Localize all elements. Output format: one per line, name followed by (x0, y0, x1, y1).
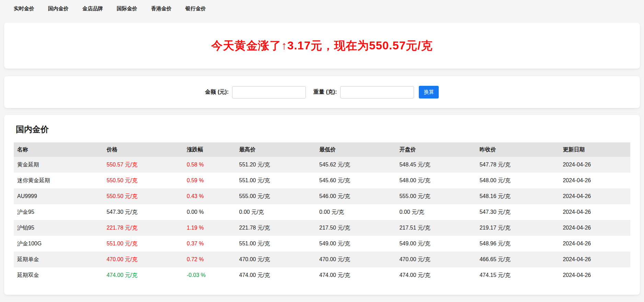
cell-name: 沪金95 (14, 204, 103, 220)
nav-item-domestic-gold[interactable]: 国内金价 (48, 5, 69, 12)
cell-prev-close: 548.00 元/克 (476, 173, 559, 188)
cell-low: 217.50 元/克 (316, 220, 396, 236)
cell-date: 2024-04-26 (559, 173, 630, 188)
cell-price: 550.50 元/克 (103, 188, 183, 204)
cell-name: 沪铂95 (14, 220, 103, 236)
cell-name: 延期双金 (14, 267, 103, 283)
cell-change: 0.59 % (183, 173, 236, 188)
cell-date: 2024-04-26 (559, 157, 630, 173)
cell-prev-close: 548.96 元/克 (476, 236, 559, 252)
cell-open: 470.00 元/克 (396, 252, 476, 267)
cell-change: 0.37 % (183, 236, 236, 252)
table-row: 延期单金 470.00 元/克 0.72 % 470.00 元/克 470.00… (14, 252, 630, 267)
cell-high: 551.00 元/克 (236, 173, 316, 188)
cell-open: 548.45 元/克 (396, 157, 476, 173)
cell-prev-close: 466.65 元/克 (476, 252, 559, 267)
cell-date: 2024-04-26 (559, 252, 630, 267)
cell-price: 474.00 元/克 (103, 267, 183, 283)
cell-low: 0.00 元/克 (316, 204, 396, 220)
cell-change: -0.03 % (183, 267, 236, 283)
gold-price-headline: 今天黄金涨了↑3.17元，现在为550.57元/克 (211, 38, 433, 54)
cell-low: 549.00 元/克 (316, 236, 396, 252)
cell-low: 470.00 元/克 (316, 252, 396, 267)
nav-item-hongkong-gold[interactable]: 香港金价 (151, 5, 172, 12)
cell-open: 555.00 元/克 (396, 188, 476, 204)
cell-change: 0.72 % (183, 252, 236, 267)
cell-high: 474.00 元/克 (236, 267, 316, 283)
cell-price: 470.00 元/克 (103, 252, 183, 267)
cell-high: 551.00 元/克 (236, 236, 316, 252)
col-header-high: 最高价 (236, 142, 316, 157)
table-header-row: 名称 价格 涨跌幅 最高价 最低价 开盘价 昨收价 更新日期 (14, 142, 630, 157)
cell-prev-close: 548.16 元/克 (476, 188, 559, 204)
cell-price: 551.00 元/克 (103, 236, 183, 252)
nav-item-international-gold[interactable]: 国际金价 (117, 5, 137, 12)
col-header-name: 名称 (14, 142, 103, 157)
cell-price: 547.30 元/克 (103, 204, 183, 220)
cell-date: 2024-04-26 (559, 188, 630, 204)
cell-high: 0.00 元/克 (236, 204, 316, 220)
cell-low: 545.60 元/克 (316, 173, 396, 188)
cell-date: 2024-04-26 (559, 267, 630, 283)
cell-change: 1.19 % (183, 220, 236, 236)
col-header-prev-close: 昨收价 (476, 142, 559, 157)
cell-name: 延期单金 (14, 252, 103, 267)
nav-item-gold-shop-brands[interactable]: 金店品牌 (82, 5, 103, 12)
cell-price: 550.50 元/克 (103, 173, 183, 188)
convert-button[interactable]: 换算 (419, 86, 439, 98)
headline-banner-card: 今天黄金涨了↑3.17元，现在为550.57元/克 (4, 23, 640, 69)
cell-open: 548.00 元/克 (396, 173, 476, 188)
weight-input[interactable] (340, 86, 414, 98)
weight-label: 重量 (克): (313, 89, 337, 96)
table-row: 延期双金 474.00 元/克 -0.03 % 474.00 元/克 474.0… (14, 267, 630, 283)
cell-date: 2024-04-26 (559, 204, 630, 220)
cell-change: 0.43 % (183, 188, 236, 204)
cell-name: 沪金100G (14, 236, 103, 252)
amount-input[interactable] (232, 86, 306, 98)
table-row: 黄金延期 550.57 元/克 0.58 % 551.20 元/克 545.62… (14, 157, 630, 173)
table-row: AU9999 550.50 元/克 0.43 % 555.00 元/克 546.… (14, 188, 630, 204)
cell-open: 549.00 元/克 (396, 236, 476, 252)
amount-label: 金额 (元): (205, 89, 229, 96)
cell-open: 474.00 元/克 (396, 267, 476, 283)
cell-date: 2024-04-26 (559, 236, 630, 252)
cell-low: 546.00 元/克 (316, 188, 396, 204)
table-title: 国内金价 (16, 124, 630, 135)
cell-prev-close: 547.30 元/克 (476, 204, 559, 220)
cell-name: 迷你黄金延期 (14, 173, 103, 188)
table-row: 迷你黄金延期 550.50 元/克 0.59 % 551.00 元/克 545.… (14, 173, 630, 188)
domestic-gold-card: 国内金价 名称 价格 涨跌幅 最高价 最低价 开盘价 昨收价 更新日期 黄金延期… (4, 115, 640, 295)
cell-price: 550.57 元/克 (103, 157, 183, 173)
nav-item-bank-gold[interactable]: 银行金价 (185, 5, 206, 12)
table-row: 沪铂95 221.78 元/克 1.19 % 221.78 元/克 217.50… (14, 220, 630, 236)
cell-name: AU9999 (14, 188, 103, 204)
cell-high: 470.00 元/克 (236, 252, 316, 267)
col-header-open: 开盘价 (396, 142, 476, 157)
cell-prev-close: 219.17 元/克 (476, 220, 559, 236)
cell-price: 221.78 元/克 (103, 220, 183, 236)
cell-prev-close: 474.15 元/克 (476, 267, 559, 283)
col-header-price: 价格 (103, 142, 183, 157)
table-row: 沪金100G 551.00 元/克 0.37 % 551.00 元/克 549.… (14, 236, 630, 252)
col-header-low: 最低价 (316, 142, 396, 157)
table-row: 沪金95 547.30 元/克 0.00 % 0.00 元/克 0.00 元/克… (14, 204, 630, 220)
top-navigation: 实时金价 国内金价 金店品牌 国际金价 香港金价 银行金价 (0, 0, 644, 17)
col-header-date: 更新日期 (559, 142, 630, 157)
cell-change: 0.00 % (183, 204, 236, 220)
cell-change: 0.58 % (183, 157, 236, 173)
cell-high: 555.00 元/克 (236, 188, 316, 204)
cell-low: 474.00 元/克 (316, 267, 396, 283)
cell-open: 0.00 元/克 (396, 204, 476, 220)
cell-name: 黄金延期 (14, 157, 103, 173)
cell-prev-close: 547.78 元/克 (476, 157, 559, 173)
cell-high: 551.20 元/克 (236, 157, 316, 173)
nav-item-realtime-gold[interactable]: 实时金价 (14, 5, 34, 12)
cell-low: 545.62 元/克 (316, 157, 396, 173)
cell-high: 221.78 元/克 (236, 220, 316, 236)
gold-price-table: 名称 价格 涨跌幅 最高价 最低价 开盘价 昨收价 更新日期 黄金延期 550.… (14, 142, 630, 283)
col-header-change: 涨跌幅 (183, 142, 236, 157)
cell-open: 217.51 元/克 (396, 220, 476, 236)
converter-card: 金额 (元): 重量 (克): 换算 (4, 76, 640, 108)
cell-date: 2024-04-26 (559, 220, 630, 236)
